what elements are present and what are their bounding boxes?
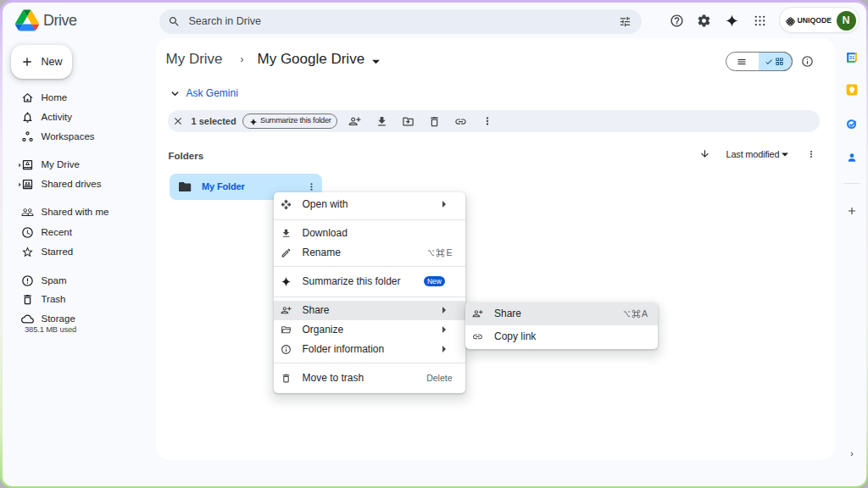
svg-text:31: 31	[849, 55, 854, 60]
